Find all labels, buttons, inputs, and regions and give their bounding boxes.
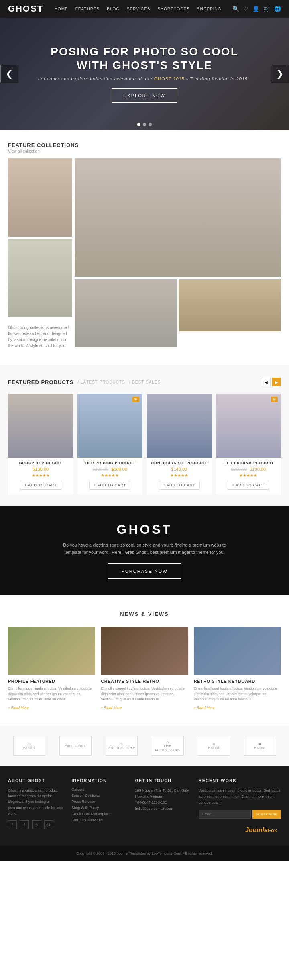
footer-pinterest-icon[interactable]: p [32,820,41,829]
ghost-banner-title: GHOST [117,522,173,537]
nv-image-2[interactable] [101,627,188,675]
nv-item-1: Profile Featured Et mollis aliquet ligul… [8,627,95,710]
fp-product-image-2[interactable]: % [77,394,143,458]
fp-add-cart-2[interactable]: + ADD TO CART [89,481,130,490]
footer-twitter-icon[interactable]: t [8,820,17,829]
fp-add-cart-1[interactable]: + ADD TO CART [20,481,61,490]
featured-products-section: FEATURED PRODUCTS / LATEST PRODUCTS / BE… [0,365,289,506]
hero-content: POSING FOR PHOTO SO COOL WITH GHOST'S ST… [38,45,251,102]
hero-prev-button[interactable]: ❮ [0,65,18,83]
nav-home[interactable]: HOME [55,7,68,11]
fp-add-cart-4[interactable]: + ADD TO CART [228,481,269,490]
fc-image-2[interactable] [8,239,72,317]
fp-product-name-3: CONFIGURABLE PRODUCT [147,461,212,465]
footer-contact: GET IN TOUCH 169 Nguyen Trai To Str, Can… [135,778,191,834]
fc-main-image[interactable] [75,158,281,277]
nv-grid: Profile Featured Et mollis aliquet ligul… [8,627,281,710]
footer-link-shop[interactable]: Shop With Policy [71,806,127,810]
joomla-fox-logo: JoomlaFox [199,827,281,834]
hero-next-button[interactable]: ❯ [271,65,289,83]
language-icon[interactable]: 🌐 [274,6,281,12]
footer-subscribe-input[interactable] [199,810,251,819]
fc-image-3[interactable] [75,279,177,347]
fc-image-1[interactable] [8,158,72,237]
fp-product-1: GROUPED PRODUCT $130.00 ★★★★★ + ADD TO C… [8,394,73,494]
fp-products-grid: GROUPED PRODUCT $130.00 ★★★★★ + ADD TO C… [8,394,281,494]
nav-features[interactable]: FEATURES [75,7,100,11]
fc-left-column: Ghost bring collections awesome ! Its wa… [8,158,72,353]
cart-icon[interactable]: 🛒 [263,6,270,12]
brand-logo-1[interactable]: ◇Brand [13,736,45,756]
main-nav: HOME FEATURES BLOG SERVICES SHORTCODES S… [55,7,222,11]
fc-description: Ghost bring collections awesome ! Its wa… [8,320,72,353]
nav-services[interactable]: SERVICES [127,7,150,11]
search-icon[interactable]: 🔍 [232,6,239,12]
fp-product-price-1: $130.00 [8,467,73,472]
fp-nav: ◀ ▶ [262,378,281,386]
fp-product-image-3[interactable] [147,394,212,458]
footer-link-credit[interactable]: Credit Card Marketplace [71,812,127,816]
purchase-now-button[interactable]: PURCHASE NOW [108,563,181,579]
footer-googleplus-icon[interactable]: g+ [44,820,53,829]
site-logo[interactable]: GHOST [8,4,43,14]
fp-next-button[interactable]: ▶ [272,378,281,386]
footer-facebook-icon[interactable]: f [20,820,29,829]
footer-link-sensoir[interactable]: Sensoir Solutions [71,794,127,798]
fp-product-image-1[interactable] [8,394,73,458]
fp-product-badge-4: % [271,397,278,402]
hero-subtitle: Let come and explore collection awesome … [38,76,251,81]
user-icon[interactable]: 👤 [252,6,259,12]
brand-logo-5[interactable]: ◈Brand [198,736,230,756]
fp-product-price-2: $200.00 $180.00 [77,467,143,472]
brand-logo-3[interactable]: ▷MAGICSTORE [106,736,138,756]
fc-view-all[interactable]: View all collection [8,149,281,153]
footer-link-currency[interactable]: Currency Converter [71,818,127,822]
nv-image-3[interactable] [194,627,281,675]
brands-section: ◇Brand Panniculars ▷MAGICSTORE △THE MOUN… [0,726,289,766]
fp-product-4: % TIER PRICING PRODUCT $200.00 $180.00 ★… [216,394,281,494]
fp-product-2: % TIER PRICING PRODUCT $200.00 $180.00 ★… [77,394,143,494]
fc-header: FEATURE COLLECTIONS View all collection [8,142,281,153]
footer-link-careers[interactable]: Careers [71,788,127,792]
wishlist-icon[interactable]: ♡ [243,6,248,12]
fp-add-cart-3[interactable]: + ADD TO CART [159,481,200,490]
nv-read-more-3[interactable]: » Read More [194,706,281,710]
hero-dot-1[interactable] [137,123,140,126]
nv-read-more-1[interactable]: » Read More [8,706,95,710]
nav-blog[interactable]: BLOG [107,7,120,11]
brand-logo-2[interactable]: Panniculars [59,736,92,756]
footer-information: INFORMATION Careers Sensoir Solutions Pr… [71,778,127,834]
nv-item-text-1: Et mollis aliquet ligula a luctus. Vesti… [8,686,95,702]
footer-subscribe-button[interactable]: SUBSCRIBE [252,810,281,819]
footer-copyright: Copyright © 2009 - 2015 Joomla Templates… [8,851,281,855]
nv-item-3: Retro Style Keyboard Et mollis aliquet l… [194,627,281,710]
fp-subtitle1[interactable]: / LATEST PRODUCTS [77,380,125,384]
brand-logo-6[interactable]: ◆Brand [244,736,276,756]
nv-image-1[interactable] [8,627,95,675]
footer-subscribe: SUBSCRIBE [199,810,281,819]
fp-prev-button[interactable]: ◀ [262,378,271,386]
footer-recent-title: RECENT WORK [199,778,281,783]
footer-about-text: Ghost is a crisp, clean, product focused… [8,788,63,817]
fp-product-badge-2: % [132,397,139,402]
footer-recent-text: Vestibulum aliset ipsum proinc in luctus… [199,788,281,806]
footer-link-press[interactable]: Press Release [71,800,127,804]
fp-product-name-2: TIER PRICING PRODUCT [77,461,143,465]
footer-address: 169 Nguyen Trai To Str, Can Galy, Hue ci… [135,788,191,812]
fp-title-row: FEATURED PRODUCTS / LATEST PRODUCTS / BE… [8,379,161,385]
fp-product-stars-3: ★★★★★ [147,473,212,478]
hero-dot-3[interactable] [149,123,152,126]
brand-logo-4[interactable]: △THE MOUNTAINS [152,736,184,756]
nav-shortcodes[interactable]: SHORTCODES [157,7,189,11]
nav-shopping[interactable]: SHOPPING [197,7,222,11]
explore-now-button[interactable]: EXPLORE NOW [112,88,177,103]
footer: ABOUT GHOST Ghost is a crisp, clean, pro… [0,766,289,846]
fp-product-price-4: $200.00 $180.00 [216,467,281,472]
fp-product-image-4[interactable]: % [216,394,281,458]
fp-subtitle2[interactable]: / BEST SALES [129,380,161,384]
fc-image-4[interactable] [179,279,281,331]
footer-information-title: INFORMATION [71,778,127,783]
fp-title: FEATURED PRODUCTS [8,379,73,385]
nv-read-more-2[interactable]: » Read More [101,706,188,710]
hero-dot-2[interactable] [143,123,146,126]
